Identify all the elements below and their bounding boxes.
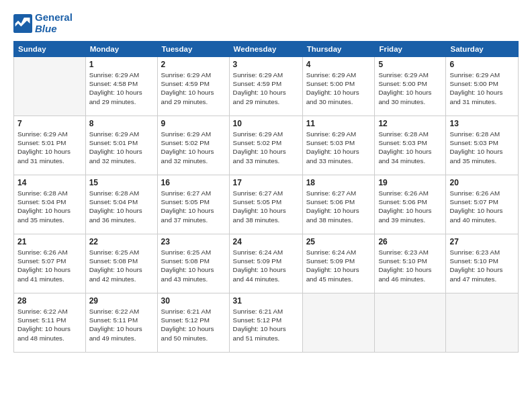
calendar-cell: 30Sunrise: 6:21 AM Sunset: 5:12 PM Dayli… bbox=[157, 293, 229, 353]
week-row-4: 21Sunrise: 6:26 AM Sunset: 5:07 PM Dayli… bbox=[14, 234, 519, 293]
day-info: Sunrise: 6:29 AM Sunset: 5:02 PM Dayligh… bbox=[161, 130, 226, 165]
calendar-cell bbox=[302, 293, 375, 353]
day-number: 2 bbox=[161, 60, 226, 69]
day-info: Sunrise: 6:23 AM Sunset: 5:10 PM Dayligh… bbox=[378, 248, 442, 283]
day-number: 10 bbox=[233, 119, 299, 128]
day-number: 25 bbox=[306, 237, 371, 246]
day-info: Sunrise: 6:29 AM Sunset: 5:02 PM Dayligh… bbox=[233, 130, 299, 165]
week-row-1: 1Sunrise: 6:29 AM Sunset: 4:58 PM Daylig… bbox=[14, 57, 519, 116]
header: General Blue bbox=[13, 12, 519, 34]
page: General Blue SundayMondayTuesdayWednesda… bbox=[0, 0, 532, 411]
week-row-5: 28Sunrise: 6:22 AM Sunset: 5:11 PM Dayli… bbox=[14, 293, 519, 353]
day-info: Sunrise: 6:27 AM Sunset: 5:05 PM Dayligh… bbox=[233, 189, 299, 224]
day-number: 1 bbox=[89, 60, 154, 69]
day-info: Sunrise: 6:27 AM Sunset: 5:06 PM Dayligh… bbox=[306, 189, 371, 224]
day-info: Sunrise: 6:24 AM Sunset: 5:09 PM Dayligh… bbox=[233, 248, 299, 283]
day-info: Sunrise: 6:29 AM Sunset: 4:59 PM Dayligh… bbox=[161, 71, 226, 106]
day-info: Sunrise: 6:27 AM Sunset: 5:05 PM Dayligh… bbox=[161, 189, 226, 224]
calendar-cell bbox=[446, 293, 519, 353]
calendar-cell: 20Sunrise: 6:26 AM Sunset: 5:07 PM Dayli… bbox=[446, 175, 519, 234]
calendar-cell: 19Sunrise: 6:26 AM Sunset: 5:06 PM Dayli… bbox=[375, 175, 446, 234]
calendar-cell: 26Sunrise: 6:23 AM Sunset: 5:10 PM Dayli… bbox=[375, 234, 446, 293]
day-info: Sunrise: 6:28 AM Sunset: 5:04 PM Dayligh… bbox=[17, 189, 82, 224]
day-number: 9 bbox=[161, 119, 226, 128]
calendar-cell: 12Sunrise: 6:28 AM Sunset: 5:03 PM Dayli… bbox=[375, 116, 446, 175]
calendar-cell: 7Sunrise: 6:29 AM Sunset: 5:01 PM Daylig… bbox=[14, 116, 86, 175]
day-info: Sunrise: 6:28 AM Sunset: 5:03 PM Dayligh… bbox=[449, 130, 515, 165]
calendar-cell: 16Sunrise: 6:27 AM Sunset: 5:05 PM Dayli… bbox=[157, 175, 229, 234]
calendar-cell: 3Sunrise: 6:29 AM Sunset: 4:59 PM Daylig… bbox=[229, 57, 302, 116]
day-info: Sunrise: 6:21 AM Sunset: 5:12 PM Dayligh… bbox=[233, 307, 299, 342]
logo-icon bbox=[13, 14, 32, 33]
calendar-cell: 18Sunrise: 6:27 AM Sunset: 5:06 PM Dayli… bbox=[302, 175, 375, 234]
logo-line1: General bbox=[35, 12, 73, 24]
day-info: Sunrise: 6:29 AM Sunset: 4:58 PM Dayligh… bbox=[89, 71, 154, 106]
calendar-cell: 10Sunrise: 6:29 AM Sunset: 5:02 PM Dayli… bbox=[229, 116, 302, 175]
day-number: 15 bbox=[89, 178, 154, 187]
day-info: Sunrise: 6:24 AM Sunset: 5:09 PM Dayligh… bbox=[306, 248, 371, 283]
calendar-cell: 25Sunrise: 6:24 AM Sunset: 5:09 PM Dayli… bbox=[302, 234, 375, 293]
day-info: Sunrise: 6:29 AM Sunset: 4:59 PM Dayligh… bbox=[233, 71, 299, 106]
day-number: 14 bbox=[17, 178, 82, 187]
col-header-thursday: Thursday bbox=[302, 42, 375, 57]
calendar-cell: 14Sunrise: 6:28 AM Sunset: 5:04 PM Dayli… bbox=[14, 175, 86, 234]
calendar-cell: 28Sunrise: 6:22 AM Sunset: 5:11 PM Dayli… bbox=[14, 293, 86, 353]
day-number: 6 bbox=[449, 60, 515, 69]
calendar-cell: 31Sunrise: 6:21 AM Sunset: 5:12 PM Dayli… bbox=[229, 293, 302, 353]
calendar-cell: 9Sunrise: 6:29 AM Sunset: 5:02 PM Daylig… bbox=[157, 116, 229, 175]
day-info: Sunrise: 6:22 AM Sunset: 5:11 PM Dayligh… bbox=[17, 307, 82, 342]
day-info: Sunrise: 6:29 AM Sunset: 5:00 PM Dayligh… bbox=[449, 71, 515, 106]
day-info: Sunrise: 6:29 AM Sunset: 5:01 PM Dayligh… bbox=[89, 130, 154, 165]
col-header-tuesday: Tuesday bbox=[157, 42, 229, 57]
calendar-cell: 27Sunrise: 6:23 AM Sunset: 5:10 PM Dayli… bbox=[446, 234, 519, 293]
calendar-cell: 11Sunrise: 6:29 AM Sunset: 5:03 PM Dayli… bbox=[302, 116, 375, 175]
day-number: 11 bbox=[306, 119, 371, 128]
day-number: 19 bbox=[378, 178, 442, 187]
day-number: 23 bbox=[161, 237, 226, 246]
logo: General Blue bbox=[13, 12, 73, 34]
calendar-cell: 8Sunrise: 6:29 AM Sunset: 5:01 PM Daylig… bbox=[85, 116, 157, 175]
day-info: Sunrise: 6:22 AM Sunset: 5:11 PM Dayligh… bbox=[89, 307, 154, 342]
day-number: 22 bbox=[89, 237, 154, 246]
day-number: 7 bbox=[17, 119, 82, 128]
calendar-cell: 4Sunrise: 6:29 AM Sunset: 5:00 PM Daylig… bbox=[302, 57, 375, 116]
calendar-cell: 5Sunrise: 6:29 AM Sunset: 5:00 PM Daylig… bbox=[375, 57, 446, 116]
day-number: 13 bbox=[449, 119, 515, 128]
calendar-cell: 22Sunrise: 6:25 AM Sunset: 5:08 PM Dayli… bbox=[85, 234, 157, 293]
week-row-3: 14Sunrise: 6:28 AM Sunset: 5:04 PM Dayli… bbox=[14, 175, 519, 234]
calendar-cell: 15Sunrise: 6:28 AM Sunset: 5:04 PM Dayli… bbox=[85, 175, 157, 234]
logo-line2: Blue bbox=[35, 24, 73, 35]
col-header-friday: Friday bbox=[375, 42, 446, 57]
day-number: 4 bbox=[306, 60, 371, 69]
day-info: Sunrise: 6:29 AM Sunset: 5:00 PM Dayligh… bbox=[378, 71, 442, 106]
calendar-cell: 6Sunrise: 6:29 AM Sunset: 5:00 PM Daylig… bbox=[446, 57, 519, 116]
day-number: 29 bbox=[89, 296, 154, 306]
day-number: 26 bbox=[378, 237, 442, 246]
calendar-header-row: SundayMondayTuesdayWednesdayThursdayFrid… bbox=[14, 42, 519, 57]
day-info: Sunrise: 6:29 AM Sunset: 5:03 PM Dayligh… bbox=[306, 130, 371, 165]
day-number: 17 bbox=[233, 178, 299, 187]
calendar-cell bbox=[14, 57, 86, 116]
calendar-cell: 1Sunrise: 6:29 AM Sunset: 4:58 PM Daylig… bbox=[85, 57, 157, 116]
day-info: Sunrise: 6:29 AM Sunset: 5:01 PM Dayligh… bbox=[17, 130, 82, 165]
day-info: Sunrise: 6:26 AM Sunset: 5:06 PM Dayligh… bbox=[378, 189, 442, 224]
calendar-cell: 23Sunrise: 6:25 AM Sunset: 5:08 PM Dayli… bbox=[157, 234, 229, 293]
day-info: Sunrise: 6:23 AM Sunset: 5:10 PM Dayligh… bbox=[449, 248, 515, 283]
col-header-sunday: Sunday bbox=[14, 42, 86, 57]
day-info: Sunrise: 6:28 AM Sunset: 5:04 PM Dayligh… bbox=[89, 189, 154, 224]
day-info: Sunrise: 6:25 AM Sunset: 5:08 PM Dayligh… bbox=[161, 248, 226, 283]
day-info: Sunrise: 6:26 AM Sunset: 5:07 PM Dayligh… bbox=[449, 189, 515, 224]
day-info: Sunrise: 6:21 AM Sunset: 5:12 PM Dayligh… bbox=[161, 307, 226, 342]
week-row-2: 7Sunrise: 6:29 AM Sunset: 5:01 PM Daylig… bbox=[14, 116, 519, 175]
col-header-wednesday: Wednesday bbox=[229, 42, 302, 57]
day-info: Sunrise: 6:25 AM Sunset: 5:08 PM Dayligh… bbox=[89, 248, 154, 283]
calendar-cell bbox=[375, 293, 446, 353]
calendar-table: SundayMondayTuesdayWednesdayThursdayFrid… bbox=[13, 41, 519, 353]
col-header-monday: Monday bbox=[85, 42, 157, 57]
day-info: Sunrise: 6:29 AM Sunset: 5:00 PM Dayligh… bbox=[306, 71, 371, 106]
day-number: 28 bbox=[17, 296, 82, 306]
day-info: Sunrise: 6:28 AM Sunset: 5:03 PM Dayligh… bbox=[378, 130, 442, 165]
day-number: 3 bbox=[233, 60, 299, 69]
calendar-cell: 24Sunrise: 6:24 AM Sunset: 5:09 PM Dayli… bbox=[229, 234, 302, 293]
col-header-saturday: Saturday bbox=[446, 42, 519, 57]
